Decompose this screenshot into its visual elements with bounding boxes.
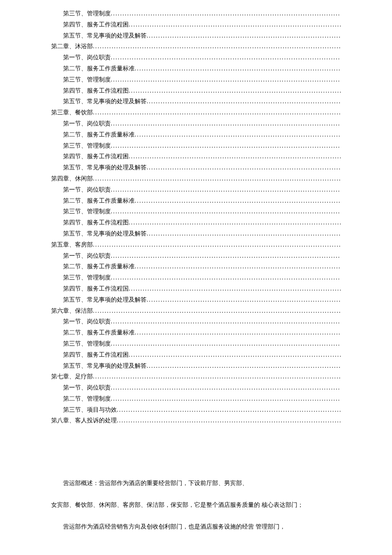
toc-dots	[147, 295, 341, 305]
toc-label: 第一节、岗位职责	[63, 119, 111, 129]
toc-dots	[117, 416, 341, 426]
toc-entry: 第五章、客房部	[51, 240, 341, 250]
toc-label: 第四节、服务工作流程困	[63, 151, 129, 162]
toc-entry: 第三节、管理制度	[51, 273, 341, 283]
toc-dots	[111, 9, 341, 19]
toc-dots	[147, 229, 341, 239]
toc-label: 第三节、管理制度	[63, 206, 111, 217]
toc-entry: 第二节、服务工作质量标准	[51, 64, 341, 74]
toc-label: 第一节、岗位职责	[63, 251, 111, 261]
toc-label: 第二节、服务工作质量标准	[63, 64, 135, 74]
toc-entry: 第二章、沐浴部	[51, 41, 341, 52]
toc-label: 第八章、客人投诉的处理	[51, 416, 117, 426]
toc-label: 第四章、休闲部	[51, 174, 93, 184]
toc-dots	[111, 75, 341, 85]
toc-label: 第四节、服务工作流程图	[63, 218, 129, 228]
toc-label: 第二章、沐浴部	[51, 41, 93, 52]
toc-label: 第五节、常见事项的处理及解答	[63, 295, 147, 305]
toc-entry: 第二节、管理制度	[51, 394, 341, 404]
table-of-contents: 第三节、管理制度 第四节、服务工作流程困 第五节、常见事项的处理及解答 第二章、…	[51, 9, 341, 426]
toc-label: 第五节、常见事项的处理及解答	[63, 229, 147, 239]
toc-dots	[111, 206, 341, 217]
toc-dots	[129, 218, 341, 228]
toc-label: 第四节、服务工作流程困	[63, 20, 129, 30]
paragraph: 营运部作为酒店经营销售方向及创收创利部门，也是酒店服务设施的经营 管理部门，	[51, 520, 341, 534]
toc-entry: 第二节、服务工作质量标准	[51, 196, 341, 206]
toc-label: 第一节、岗位职责	[63, 52, 111, 63]
paragraph: 营运部概述：营运部作为酒店的重要经营部门，下设前厅部、男宾部、	[51, 477, 341, 490]
toc-label: 第七章、足疗部	[51, 372, 93, 382]
toc-entry: 第四节、服务工作流程国	[51, 284, 341, 294]
toc-label: 第二节、服务工作质量标准	[63, 328, 135, 338]
toc-dots	[93, 108, 341, 118]
toc-dots	[111, 251, 341, 261]
toc-entry: 第四章、休闲部	[51, 174, 341, 184]
toc-dots	[111, 383, 341, 393]
body-text: 营运部概述：营运部作为酒店的重要经营部门，下设前厅部、男宾部、 女宾部、餐饮部、…	[51, 477, 341, 533]
toc-dots	[111, 141, 341, 151]
toc-label: 第三节、管理制度	[63, 9, 111, 19]
toc-entry: 第四节、服务工作流程图	[51, 218, 341, 228]
toc-label: 第一节、岗位职责	[63, 383, 111, 393]
toc-label: 第二节、管理制度	[63, 394, 111, 404]
toc-entry: 第二节、服务工作质量标准	[51, 130, 341, 140]
toc-label: 第五节、常见事项的处理及解答	[63, 361, 147, 371]
toc-entry: 第四节、服务工作流程图	[51, 86, 341, 96]
toc-label: 第四节、服务工作流程困	[63, 350, 129, 360]
toc-dots	[93, 372, 341, 382]
toc-dots	[147, 96, 341, 107]
toc-label: 第五节、常见事项的处理及解答	[63, 163, 147, 173]
toc-label: 第一节、岗位职责	[63, 317, 111, 327]
toc-label: 第三节、管理制度	[63, 141, 111, 151]
toc-label: 第六章、保洁部	[51, 306, 93, 316]
toc-label: 第四节、服务工作流程国	[63, 284, 129, 294]
toc-dots	[129, 20, 341, 30]
toc-label: 第二节、服务工作质量标准	[63, 262, 135, 272]
toc-dots	[111, 119, 341, 129]
toc-dots	[111, 273, 341, 283]
toc-label: 第五章、客房部	[51, 240, 93, 250]
toc-entry: 第一节、岗位职责	[51, 317, 341, 327]
toc-label: 第三节、管理制度	[63, 273, 111, 283]
toc-dots	[135, 328, 341, 338]
toc-dots	[93, 240, 341, 250]
toc-entry: 第一节、岗位职责	[51, 119, 341, 129]
toc-entry: 第三节、项目与功效	[51, 405, 341, 415]
toc-label: 第五节、常见事项的处理及解答	[63, 31, 147, 41]
toc-entry: 第一节、岗位职责	[51, 52, 341, 63]
toc-entry: 第五节、常见事项的处理及解答	[51, 229, 341, 239]
toc-dots	[147, 31, 341, 41]
toc-entry: 第二节、服务工作质量标准	[51, 262, 341, 272]
toc-entry: 第四节、服务工作流程困	[51, 151, 341, 162]
toc-label: 第一节、岗位职责	[63, 185, 111, 195]
toc-entry: 第四节、服务工作流程困	[51, 350, 341, 360]
toc-entry: 第五节、常见事项的处理及解答	[51, 295, 341, 305]
toc-entry: 第五节、常见事项的处理及解答	[51, 163, 341, 173]
toc-dots	[111, 339, 341, 349]
toc-dots	[111, 185, 341, 195]
toc-label: 第五节、常见事项的处理及解答	[63, 96, 147, 107]
toc-entry: 第三节、管理制度	[51, 339, 341, 349]
toc-dots	[135, 262, 341, 272]
toc-entry: 第五节、常见事项的处理及解答	[51, 31, 341, 41]
toc-entry: 第三章、餐饮部	[51, 108, 341, 118]
toc-dots	[117, 405, 341, 415]
toc-entry: 第五节、常见事项的处理及解答	[51, 96, 341, 107]
toc-dots	[93, 306, 341, 316]
toc-entry: 第二节、服务工作质量标准	[51, 328, 341, 338]
toc-dots	[93, 41, 341, 52]
toc-dots	[135, 196, 341, 206]
toc-entry: 第一节、岗位职责	[51, 251, 341, 261]
toc-entry: 第一节、岗位职责	[51, 185, 341, 195]
toc-label: 第三章、餐饮部	[51, 108, 93, 118]
toc-dots	[129, 350, 341, 360]
toc-entry: 第一节、岗位职责	[51, 383, 341, 393]
toc-dots	[129, 151, 341, 162]
toc-label: 第三节、项目与功效	[63, 405, 117, 415]
toc-dots	[111, 394, 341, 404]
toc-dots	[135, 130, 341, 140]
toc-dots	[147, 361, 341, 371]
toc-entry: 第六章、保洁部	[51, 306, 341, 316]
toc-dots	[111, 52, 341, 63]
toc-dots	[93, 174, 341, 184]
